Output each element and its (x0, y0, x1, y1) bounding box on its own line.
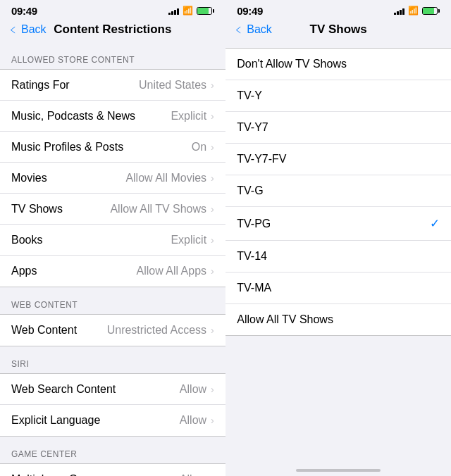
back-chevron-left: ﹤ (7, 21, 20, 38)
status-bar-right: 09:49 📶 (226, 0, 451, 20)
tv-rating-label-3: TV-Y7-FV (237, 153, 286, 165)
music-profiles-right: On › (192, 141, 214, 154)
back-button-right[interactable]: ﹤ Back (233, 22, 272, 38)
tv-item-allow-all[interactable]: Allow All TV Shows (226, 304, 451, 335)
list-item-ratings-for[interactable]: Ratings For United States › (0, 70, 226, 101)
books-label: Books (11, 234, 42, 246)
battery-body (197, 7, 212, 15)
web-content-label: Web Content (11, 324, 77, 337)
section-header-web: WEB CONTENT (0, 287, 226, 314)
web-content-list: Web Content Unrestricted Access › (0, 314, 226, 346)
battery-tip (213, 9, 214, 13)
signal-bar-1 (168, 13, 171, 15)
signal-bar-r2 (397, 11, 399, 15)
chevron-right-icon: › (211, 203, 214, 215)
ratings-for-value: United States (139, 79, 206, 92)
battery-icon (197, 7, 214, 15)
section-header-allowed-store: ALLOWED STORE CONTENT (0, 42, 226, 69)
chevron-right-icon: › (211, 474, 214, 477)
signal-bar-r3 (400, 10, 402, 15)
tv-rating-label-0: Don't Allow TV Shows (237, 58, 347, 70)
back-chevron-right: ﹤ (233, 21, 245, 38)
movies-value: Allow All Movies (125, 172, 206, 184)
back-button-left[interactable]: ﹤ Back (7, 22, 47, 38)
chevron-right-icon: › (211, 80, 214, 91)
tv-shows-value: Allow All TV Shows (110, 203, 206, 215)
list-item-music-profiles[interactable]: Music Profiles & Posts On › (0, 132, 226, 163)
section-header-siri: SIRI (0, 346, 226, 373)
tv-item-tvg[interactable]: TV-G (226, 175, 451, 207)
music-value: Explicit (171, 110, 206, 123)
multiplayer-label: Multiplayer Games (11, 473, 105, 477)
status-icons-left: 📶 (168, 6, 214, 15)
ratings-for-label: Ratings For (11, 79, 70, 92)
signal-bar-r4 (402, 8, 404, 15)
tv-item-tvy[interactable]: TV-Y (226, 80, 451, 112)
tv-item-tvma[interactable]: TV-MA (226, 273, 451, 304)
tv-rating-label-5: TV-PG (237, 218, 271, 230)
signal-bar-4 (177, 8, 179, 15)
chevron-right-icon: › (211, 265, 214, 277)
tv-rating-label-1: TV-Y (237, 89, 262, 102)
list-item-movies[interactable]: Movies Allow All Movies › (0, 163, 226, 194)
battery-body-right (422, 7, 438, 15)
tv-item-tvy7[interactable]: TV-Y7 (226, 112, 451, 144)
web-content-value: Unrestricted Access (107, 324, 206, 337)
tv-shows-right: Allow All TV Shows › (110, 203, 214, 215)
battery-tip-right (438, 9, 440, 13)
multiplayer-right: Allow › (180, 473, 214, 477)
status-bar-left: 09:49 📶 (0, 0, 226, 20)
list-item-tv-shows[interactable]: TV Shows Allow All TV Shows › (0, 194, 226, 225)
music-label: Music, Podcasts & News (11, 110, 135, 123)
back-label-left[interactable]: Back (21, 23, 47, 36)
status-time-right: 09:49 (237, 5, 263, 17)
movies-label: Movies (11, 172, 47, 184)
list-item-explicit-language[interactable]: Explicit Language Allow › (0, 405, 226, 436)
tv-item-tv14[interactable]: TV-14 (226, 241, 451, 273)
battery-fill (197, 8, 209, 14)
web-content-right: Unrestricted Access › (107, 324, 214, 337)
status-icons-right: 📶 (394, 6, 440, 15)
books-right: Explicit › (171, 234, 214, 246)
books-value: Explicit (171, 234, 206, 246)
tv-rating-label-2: TV-Y7 (237, 121, 268, 134)
multiplayer-value: Allow (180, 473, 206, 477)
list-item-music[interactable]: Music, Podcasts & News Explicit › (0, 101, 226, 132)
signal-bar-2 (171, 11, 173, 15)
music-profiles-label: Music Profiles & Posts (11, 141, 123, 154)
tv-ratings-list: Don't Allow TV Shows TV-Y TV-Y7 TV-Y7-FV… (226, 48, 451, 336)
signal-icon-right (394, 7, 404, 15)
nav-bar-right: ﹤ Back TV Shows (226, 20, 451, 42)
chevron-right-icon: › (211, 384, 214, 395)
signal-icon (168, 7, 179, 15)
tv-item-tvy7fv[interactable]: TV-Y7-FV (226, 144, 451, 175)
list-item-web-search[interactable]: Web Search Content Allow › (0, 374, 226, 405)
nav-bar-left: ﹤ Back Content Restrictions (0, 20, 226, 42)
music-profiles-value: On (192, 141, 206, 154)
list-item-multiplayer[interactable]: Multiplayer Games Allow › (0, 464, 226, 476)
tv-item-dont-allow[interactable]: Don't Allow TV Shows (226, 49, 451, 80)
tv-rating-label-4: TV-G (237, 184, 263, 197)
wifi-icon-right: 📶 (408, 6, 419, 15)
back-label-right[interactable]: Back (247, 23, 272, 36)
list-item-books[interactable]: Books Explicit › (0, 225, 226, 256)
list-item-web-content[interactable]: Web Content Unrestricted Access › (0, 315, 226, 346)
tv-item-tvpg[interactable]: TV-PG ✓ (226, 207, 451, 241)
left-content: ALLOWED STORE CONTENT Ratings For United… (0, 42, 226, 476)
top-spacer (226, 42, 451, 48)
right-panel: 09:49 📶 ﹤ Back TV Shows (226, 0, 451, 476)
chevron-right-icon: › (211, 111, 214, 122)
page-title-left: Content Restrictions (54, 23, 171, 37)
game-center-list: Multiplayer Games Allow › Adding Friends… (0, 463, 226, 476)
checkmark-tvpg: ✓ (430, 216, 440, 231)
signal-bar-r1 (394, 13, 396, 15)
explicit-language-right: Allow › (180, 414, 214, 427)
chevron-right-icon: › (211, 142, 214, 153)
tv-rating-label-7: TV-MA (237, 282, 271, 294)
status-time-left: 09:49 (11, 5, 37, 17)
siri-list: Web Search Content Allow › Explicit Lang… (0, 373, 226, 437)
page-title-right: TV Shows (310, 23, 367, 37)
apps-label: Apps (11, 265, 37, 277)
list-item-apps[interactable]: Apps Allow All Apps › (0, 256, 226, 287)
music-right: Explicit › (171, 110, 214, 123)
